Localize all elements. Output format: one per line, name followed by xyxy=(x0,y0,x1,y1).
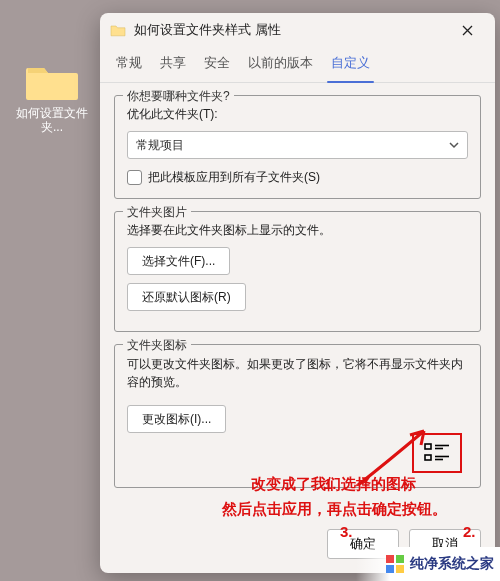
group-picture: 文件夹图片 选择要在此文件夹图标上显示的文件。 选择文件(F)... 还原默认图… xyxy=(114,211,481,332)
optimize-label: 优化此文件夹(T): xyxy=(127,106,468,123)
tab-sharing[interactable]: 共享 xyxy=(158,47,188,82)
annotation-num3: 3. xyxy=(340,521,353,543)
desktop-folder[interactable]: 如何设置文件夹... xyxy=(16,62,88,134)
watermark: 纯净系统之家 xyxy=(356,547,500,581)
group-template: 你想要哪种文件夹? 优化此文件夹(T): 常规项目 把此模板应用到所有子文件夹(… xyxy=(114,95,481,199)
picture-desc: 选择要在此文件夹图标上显示的文件。 xyxy=(127,222,468,239)
group-picture-legend: 文件夹图片 xyxy=(123,204,191,221)
optimize-select-value: 常规项目 xyxy=(136,137,184,154)
group-icon: 文件夹图标 可以更改文件夹图标。如果更改了图标，它将不再显示文件夹内容的预览。 … xyxy=(114,344,481,488)
choose-file-button[interactable]: 选择文件(F)... xyxy=(127,247,230,275)
tabs: 常规 共享 安全 以前的版本 自定义 xyxy=(100,47,495,83)
apply-subfolders-row[interactable]: 把此模板应用到所有子文件夹(S) xyxy=(127,169,468,186)
apply-subfolders-label: 把此模板应用到所有子文件夹(S) xyxy=(148,169,320,186)
optimize-select[interactable]: 常规项目 xyxy=(127,131,468,159)
folder-icon xyxy=(110,23,126,37)
tab-customize[interactable]: 自定义 xyxy=(329,47,372,82)
svg-rect-6 xyxy=(386,555,394,563)
change-icon-button[interactable]: 更改图标(I)... xyxy=(127,405,226,433)
icon-preview xyxy=(412,433,462,473)
svg-rect-7 xyxy=(396,555,404,563)
group-icon-legend: 文件夹图标 xyxy=(123,337,191,354)
close-button[interactable] xyxy=(447,15,487,45)
chevron-down-icon xyxy=(449,140,459,150)
window-title: 如何设置文件夹样式 属性 xyxy=(134,21,447,39)
svg-rect-0 xyxy=(425,444,431,449)
dialog-body: 你想要哪种文件夹? 优化此文件夹(T): 常规项目 把此模板应用到所有子文件夹(… xyxy=(100,83,495,523)
group-template-legend: 你想要哪种文件夹? xyxy=(123,88,234,105)
annotation-num2: 2. xyxy=(463,521,476,543)
watermark-logo xyxy=(386,555,404,573)
titlebar: 如何设置文件夹样式 属性 xyxy=(100,13,495,47)
apply-subfolders-checkbox[interactable] xyxy=(127,170,142,185)
tab-previous[interactable]: 以前的版本 xyxy=(246,47,315,82)
annotation-line2: 然后点击应用，再点击确定按钮。 xyxy=(222,498,495,520)
properties-dialog: 如何设置文件夹样式 属性 常规 共享 安全 以前的版本 自定义 你想要哪种文件夹… xyxy=(100,13,495,573)
watermark-text: 纯净系统之家 xyxy=(410,555,494,573)
svg-rect-8 xyxy=(386,565,394,573)
icon-desc: 可以更改文件夹图标。如果更改了图标，它将不再显示文件夹内容的预览。 xyxy=(127,355,468,391)
folder-icon xyxy=(26,62,78,102)
svg-rect-9 xyxy=(396,565,404,573)
annotation-line1: 改变成了我们选择的图标 xyxy=(251,475,416,492)
restore-default-button[interactable]: 还原默认图标(R) xyxy=(127,283,246,311)
tab-security[interactable]: 安全 xyxy=(202,47,232,82)
tab-general[interactable]: 常规 xyxy=(114,47,144,82)
svg-rect-1 xyxy=(425,455,431,460)
desktop-folder-label: 如何设置文件夹... xyxy=(16,106,88,134)
